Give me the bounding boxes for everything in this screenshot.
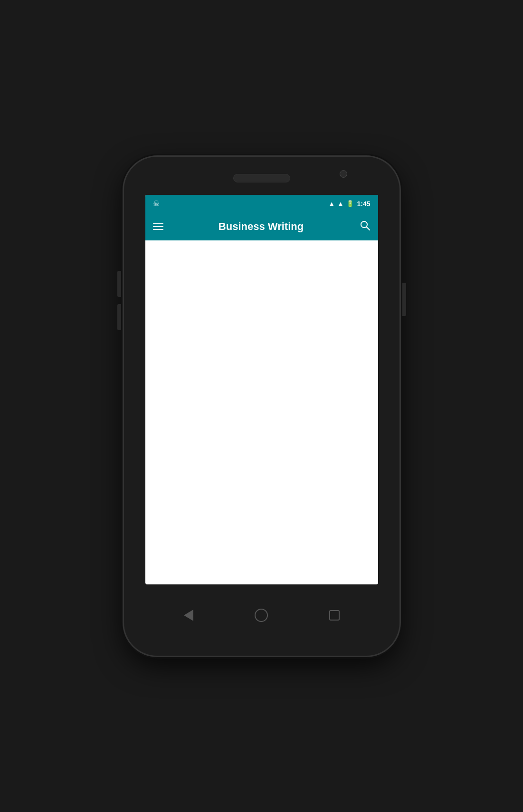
phone-bottom-nav <box>124 584 399 646</box>
svg-line-1 <box>366 227 370 230</box>
android-icon: ☠ <box>153 199 160 208</box>
volume-up-button[interactable] <box>117 271 121 297</box>
status-left: ☠ <box>153 199 160 208</box>
power-button[interactable] <box>402 283 406 316</box>
clock: 1:45 <box>357 200 370 208</box>
phone-frame: ☠ ▲ ▲ 🔋 1:45 Business Writing <box>124 157 399 656</box>
back-button[interactable] <box>180 607 197 624</box>
screen: ☠ ▲ ▲ 🔋 1:45 Business Writing <box>145 195 378 584</box>
app-bar: Business Writing <box>145 213 378 240</box>
search-button[interactable] <box>359 220 371 234</box>
speaker <box>233 174 290 182</box>
app-title: Business Writing <box>173 220 350 233</box>
volume-down-button[interactable] <box>117 304 121 330</box>
front-camera <box>340 170 347 178</box>
phone-top <box>124 157 399 195</box>
recents-button[interactable] <box>326 607 343 624</box>
home-button[interactable] <box>253 607 270 624</box>
wifi-icon: ▲ <box>329 200 335 207</box>
battery-icon: 🔋 <box>346 200 354 207</box>
status-right: ▲ ▲ 🔋 1:45 <box>329 200 371 208</box>
signal-icon: ▲ <box>338 200 344 207</box>
menu-button[interactable] <box>153 223 163 230</box>
status-bar: ☠ ▲ ▲ 🔋 1:45 <box>145 195 378 213</box>
